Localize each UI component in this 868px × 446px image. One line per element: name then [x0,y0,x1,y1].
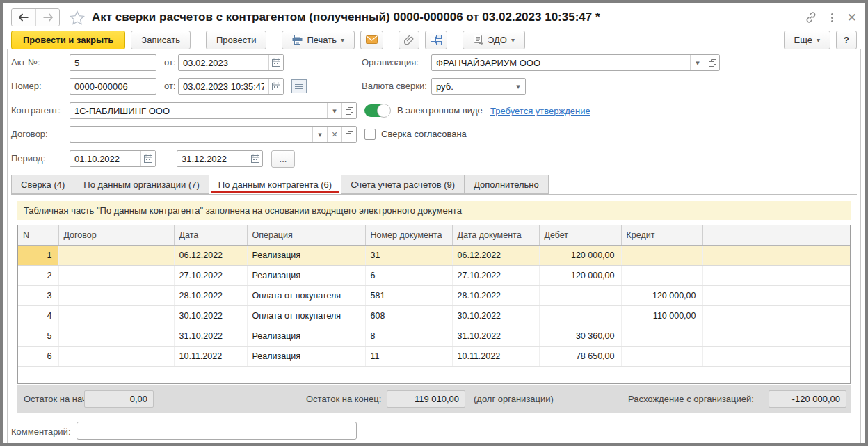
period-to-field [177,150,263,167]
number-field [70,78,156,95]
paperclip-icon [404,35,414,45]
table-row[interactable]: 1 06.12.2022 Реализация 31 06.12.2022 12… [18,245,850,265]
save-button[interactable]: Записать [131,31,191,49]
dropdown-icon[interactable]: ▾ [511,79,525,94]
tab-sverka[interactable]: Сверка (4) [11,175,74,194]
period-label: Период: [11,150,45,167]
col-date[interactable]: Дата [174,225,247,245]
open-icon[interactable] [341,103,356,118]
col-n[interactable]: N [18,225,58,245]
contractor-field: ▾ [70,102,357,119]
dropdown-icon: ▾ [511,36,515,44]
comment-label: Комментарий: [11,423,71,440]
number-from-label: от: [164,78,176,95]
print-label: Печать [307,35,337,45]
tab-additional[interactable]: Дополнительно [464,175,549,194]
act-date-input[interactable] [179,55,268,70]
calendar-icon[interactable] [140,151,155,166]
close-icon[interactable]: ✕ [847,12,857,24]
history-icon[interactable] [291,79,307,93]
table-header-row: N Договор Дата Операция Номер документа … [18,225,850,245]
contractor-label: Контрагент: [11,102,61,119]
contractor-input[interactable] [70,103,327,118]
table-row[interactable]: 2 27.10.2022 Реализация 6 27.10.2022 120… [18,265,850,285]
structure-button[interactable] [425,31,447,49]
electronic-label: В электронном виде [397,102,483,119]
col-operation[interactable]: Операция [247,225,365,245]
period-from-input[interactable] [70,151,140,166]
back-icon [18,13,29,22]
col-debit[interactable]: Дебет [539,225,621,245]
tab-accounts[interactable]: Счета учета расчетов (9) [341,175,464,194]
more-label: Еще [794,35,812,45]
clear-icon[interactable]: ✕ [327,127,341,142]
favorite-star-icon[interactable] [70,10,85,25]
calendar-icon[interactable] [248,151,262,166]
print-button[interactable]: Печать ▾ [282,31,355,49]
tabbar: Сверка (4) По данным организации (7) По … [11,175,857,195]
calendar-icon[interactable] [268,79,283,94]
act-date-field [178,54,284,71]
table-row[interactable]: 4 30.10.2022 Оплата от покупателя 608 30… [18,305,850,326]
organization-field: ▾ [431,54,720,71]
tab-org-data[interactable]: По данным организации (7) [74,175,209,194]
title-actions: ✕ [805,11,857,24]
period-to-input[interactable] [177,151,248,166]
open-icon[interactable] [705,55,719,70]
kebab-menu-icon[interactable] [828,12,836,24]
act-no-label: Акт №: [11,54,40,71]
reconciliation-agreed-checkbox[interactable] [364,129,376,140]
mail-button[interactable] [360,31,383,49]
act-no-input[interactable] [70,55,156,70]
organization-input[interactable] [432,55,690,70]
difference-value: -120 000,00 [769,390,846,408]
act-no-field [70,54,156,71]
open-icon[interactable] [341,127,356,142]
col-contract[interactable]: Договор [58,225,174,245]
nav-history-group [11,8,60,26]
tab-contractor-data[interactable]: По данным контрагента (6) [209,175,341,195]
dropdown-icon: ▾ [341,36,344,44]
forward-button[interactable] [35,9,59,26]
help-button[interactable]: ? [836,31,857,49]
info-banner: Табличная часть "По данным контрагента" … [17,201,851,220]
table-row[interactable]: 6 10.11.2022 Реализация 11 10.11.2022 78… [18,346,850,366]
back-button[interactable] [12,9,35,26]
number-input[interactable] [70,79,156,94]
post-button[interactable]: Провести [206,31,267,49]
form-header: Акт №: от: Организация: ▾ Номер: от: Вал… [3,49,865,176]
printer-icon [292,35,303,45]
contract-field: ▾ ✕ [70,126,357,143]
dropdown-icon[interactable]: ▾ [690,55,705,70]
reconciliation-agreed-label: Сверка согласована [381,126,467,143]
col-doc-no[interactable]: Номер документа [365,225,452,245]
attachments-button[interactable] [399,31,419,49]
electronic-toggle[interactable] [364,104,390,117]
post-and-close-button[interactable]: Провести и закрыть [11,31,125,49]
col-credit[interactable]: Кредит [621,225,702,245]
more-button[interactable]: Еще ▾ [784,31,830,49]
col-doc-date[interactable]: Дата документа [452,225,539,245]
edo-label: ЭДО [488,35,507,45]
opening-balance-value: 0,00 [84,390,154,408]
table-row[interactable]: 3 28.10.2022 Оплата от покупателя 581 28… [18,285,850,305]
number-date-input[interactable] [179,79,268,94]
totals-bar: Остаток на начало: 0,00 Остаток на конец… [17,385,851,413]
comment-input[interactable] [77,422,357,440]
currency-input[interactable] [432,79,511,94]
period-more-button[interactable]: ... [271,150,295,168]
get-link-icon[interactable] [805,11,817,24]
calendar-icon[interactable] [268,55,283,70]
approval-required-link[interactable]: Требуется утверждение [490,106,590,116]
edo-button[interactable]: ЭДО ▾ [463,31,525,49]
dropdown-icon[interactable]: ▾ [312,127,327,142]
table-row[interactable]: 5 31.10.2022 Реализация 8 31.10.2022 30 … [18,326,850,346]
contract-label: Договор: [11,126,48,143]
dropdown-icon[interactable]: ▾ [327,103,341,118]
contractor-data-table[interactable]: N Договор Дата Операция Номер документа … [17,225,851,384]
toolbar: Провести и закрыть Записать Провести Печ… [11,30,857,49]
closing-balance-label: Остаток на конец: [306,385,381,413]
number-date-field [178,78,284,95]
currency-field: ▾ [431,78,526,95]
contract-input[interactable] [70,127,312,142]
